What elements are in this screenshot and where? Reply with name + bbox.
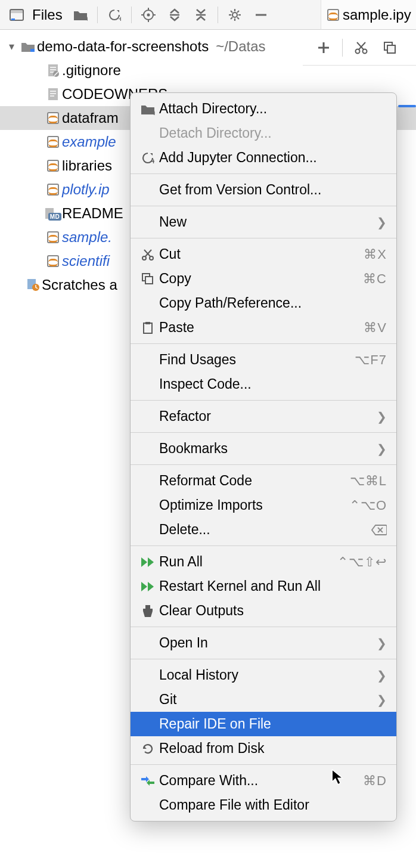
menu-label: Find Usages [159,352,355,368]
menu-refactor[interactable]: Refactor ❯ [131,404,396,429]
menu-copy[interactable]: Copy ⌘C [131,266,396,291]
menu-separator [131,173,396,174]
menu-label: Add Jupyter Connection... [159,150,387,166]
svg-line-21 [237,11,239,13]
chevron-right-icon: ❯ [377,668,387,683]
settings-gear-icon[interactable] [223,3,247,27]
editor-tab-sample[interactable]: sample.ipy [327,7,411,23]
menu-restart-run-all[interactable]: Restart Kernel and Run All [131,574,396,599]
svg-line-19 [237,17,239,19]
menu-label: Detach Directory... [159,125,387,141]
cut-cell-button[interactable] [351,38,371,58]
menu-separator [131,627,396,627]
svg-text:+: + [119,15,121,21]
menu-label: Attach Directory... [159,101,387,117]
add-cell-button[interactable] [313,38,334,58]
menu-delete[interactable]: Delete... [131,517,396,542]
file-icon [44,88,62,101]
menu-add-jupyter[interactable]: + Add Jupyter Connection... [131,145,396,170]
menu-label: Reformat Code [159,473,350,489]
run-all-icon [136,556,159,568]
menu-label: Run All [159,554,337,570]
window-icon[interactable] [5,3,29,27]
cut-icon [136,248,159,261]
menu-separator [131,432,396,433]
menu-label: Clear Outputs [159,603,387,619]
menu-shortcut: ⌃⌥⇧↩ [337,554,387,570]
menu-local-history[interactable]: Local History ❯ [131,663,396,687]
menu-clear-outputs[interactable]: Clear Outputs [131,599,396,623]
menu-shortcut: ⌘X [364,247,387,262]
menu-separator [131,206,396,206]
minimize-icon[interactable] [249,3,273,27]
menu-shortcut: ⌘V [364,320,387,336]
svg-text:+: + [85,14,88,21]
menu-bookmarks[interactable]: Bookmarks ❯ [131,436,396,461]
menu-reload-disk[interactable]: Reload from Disk [131,736,396,761]
expand-all-icon[interactable] [163,3,187,27]
reload-icon [136,742,159,755]
clear-icon [136,604,159,618]
markdown-file-icon: MD [44,207,62,219]
chevron-right-icon: ❯ [377,442,387,456]
menu-vcs-get[interactable]: Get from Version Control... [131,178,396,202]
chevron-down-icon[interactable]: ▾ [4,40,19,53]
collapse-all-icon[interactable] [189,3,213,27]
jupyter-connect-icon: + [136,151,159,165]
menu-inspect[interactable]: Inspect Code... [131,372,396,396]
folder-icon [19,41,37,52]
editor-tab-label: sample.ipy [343,7,411,23]
copy-cell-button[interactable] [380,38,400,58]
svg-text:+: + [151,157,154,165]
editor-tabs: sample.ipy [321,0,416,30]
menu-attach-directory[interactable]: + Attach Directory... [131,97,396,121]
menu-separator [131,545,396,546]
menu-compare-with[interactable]: Compare With... ⌘D [131,768,396,793]
svg-rect-30 [387,45,395,53]
svg-point-25 [356,49,360,53]
svg-rect-57 [145,605,150,609]
menu-run-all[interactable]: Run All ⌃⌥⇧↩ [131,550,396,574]
svg-rect-52 [145,277,153,284]
tree-item-label: scientifi [62,253,110,269]
gutter-highlight [398,105,416,107]
file-icon [44,64,62,77]
tree-item-label: README [62,205,123,222]
menu-paste[interactable]: Paste ⌘V [131,315,396,340]
menu-new[interactable]: New ❯ [131,210,396,234]
menu-shortcut: ⌥⌘L [350,473,387,489]
target-icon[interactable] [136,3,160,27]
menu-separator [131,464,396,465]
svg-rect-2 [11,18,15,20]
tree-root-name: demo-data-for-screenshots [37,38,209,55]
menu-separator [131,659,396,659]
attach-folder-icon: + [136,103,159,115]
new-folder-icon[interactable]: + [69,3,92,27]
refresh-icon[interactable]: + [103,3,126,27]
tree-item-label: libraries [62,157,112,174]
tree-item-label: sample. [62,229,112,246]
svg-line-49 [145,250,151,256]
menu-compare-editor[interactable]: Compare File with Editor [131,793,396,817]
menu-optimize[interactable]: Optimize Imports ⌃⌥O [131,493,396,517]
restart-run-icon [136,581,159,593]
menu-label: Git [159,692,377,708]
toolbar-divider [218,7,218,23]
menu-separator [131,764,396,765]
menu-label: Inspect Code... [159,376,387,392]
menu-repair-ide[interactable]: Repair IDE on File [131,712,396,736]
menu-copy-path[interactable]: Copy Path/Reference... [131,291,396,315]
jupyter-file-icon [327,9,339,21]
menu-open-in[interactable]: Open In ❯ [131,631,396,655]
menu-separator [131,400,396,401]
chevron-right-icon: ❯ [377,215,387,230]
toolbar-divider [97,7,98,23]
menu-label: Cut [159,246,364,262]
copy-icon [136,272,159,286]
menu-cut[interactable]: Cut ⌘X [131,242,396,266]
menu-git[interactable]: Git ❯ [131,687,396,712]
menu-label: Optimize Imports [159,497,349,513]
menu-label: New [159,214,377,230]
menu-find-usages[interactable]: Find Usages ⌥F7 [131,348,396,372]
menu-reformat[interactable]: Reformat Code ⌥⌘L [131,469,396,493]
